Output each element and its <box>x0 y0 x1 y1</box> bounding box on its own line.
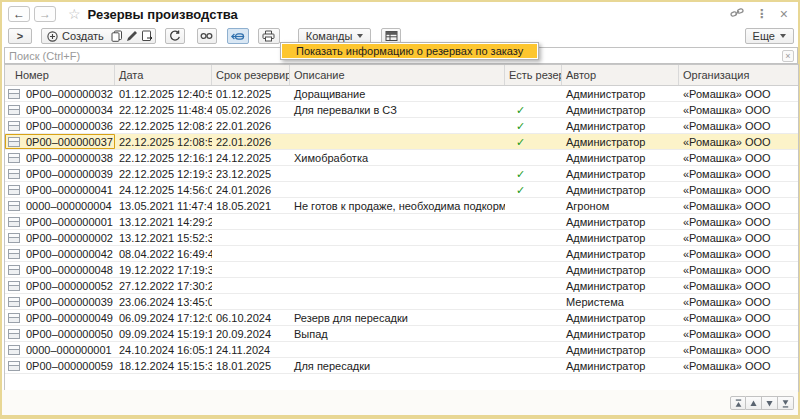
cell-date: 24.10.2024 16:05:19 <box>115 342 212 357</box>
document-number: 0P00–000000052 <box>26 280 113 292</box>
cell-due: 01.12.2025 <box>212 86 290 101</box>
table-row[interactable]: 0P00–00000004124.12.2025 14:56:0924.01.2… <box>5 182 798 198</box>
document-state-icon <box>8 105 20 115</box>
document-number: 0P00–000000039 <box>26 168 113 180</box>
more-button[interactable]: Еще <box>745 28 794 44</box>
go-down-button[interactable] <box>762 396 778 410</box>
column-header-organization[interactable]: Организация <box>679 65 798 85</box>
document-state-icon <box>8 361 20 371</box>
column-header-date[interactable]: Дата <box>115 65 212 85</box>
cell-author: Администратор <box>562 86 679 101</box>
printer-icon <box>262 30 275 42</box>
column-header-term[interactable]: Срок резервирования <box>212 65 290 85</box>
cell-num: 0000–000000001 <box>5 342 115 357</box>
cell-due: 18.05.2021 <box>212 198 290 213</box>
cell-desc <box>290 246 505 261</box>
fit-width-button[interactable] <box>227 28 249 44</box>
cell-desc: Для пересадки <box>290 358 505 373</box>
table-row[interactable]: 0P00–00000003923.06.2024 13:45:01Меристе… <box>5 294 798 310</box>
table-header: Номер Дата Срок резервирования Описание … <box>5 65 798 86</box>
linked-documents-button[interactable] <box>197 28 217 44</box>
close-icon[interactable]: × <box>780 8 788 20</box>
table-row[interactable]: 0P00–00000004819.12.2022 17:19:39Админис… <box>5 262 798 278</box>
table-row[interactable]: 0P00–00000003922.12.2025 12:19:3523.12.2… <box>5 166 798 182</box>
refresh-button[interactable] <box>165 28 185 44</box>
cell-due <box>212 246 290 261</box>
table-row[interactable]: 0P00–00000004906.09.2024 17:12:0506.10.2… <box>5 310 798 326</box>
table-row[interactable]: 0000–00000000413.05.2021 11:47:4218.05.2… <box>5 198 798 214</box>
table-row[interactable]: 0000–00000000124.10.2024 16:05:1924.11.2… <box>5 342 798 358</box>
search-clear-button[interactable]: × <box>782 50 794 62</box>
column-header-description[interactable]: Описание <box>290 65 505 85</box>
pencil-icon <box>126 30 138 42</box>
go-up-button[interactable] <box>746 396 762 410</box>
new-from-copy-button[interactable] <box>140 29 155 43</box>
cell-num: 0P00–000000036 <box>5 118 115 133</box>
table-row[interactable]: 0P00–00000005918.12.2024 15:15:3418.01.2… <box>5 358 798 374</box>
fit-width-icon <box>231 31 245 42</box>
cell-desc: Не готов к продаже, необходима подкормка <box>290 198 505 213</box>
document-number: 0P00–000000036 <box>26 120 113 132</box>
document-state-icon <box>8 137 20 147</box>
edit-button[interactable] <box>125 29 140 43</box>
kebab-menu-icon[interactable]: ⋮ <box>756 7 768 21</box>
go-last-button[interactable] <box>778 396 794 410</box>
cell-desc <box>290 182 505 197</box>
table-row[interactable]: 0P00–00000003822.12.2025 12:16:1224.12.2… <box>5 150 798 166</box>
table-row[interactable]: 0P00–00000004208.04.2022 16:49:45Админис… <box>5 246 798 262</box>
arrow-down-icon <box>765 399 774 408</box>
document-number: 0P00–000000002 <box>26 232 113 244</box>
cell-due: 18.01.2025 <box>212 358 290 373</box>
cell-org: «Ромашка» ООО <box>679 214 798 229</box>
cell-org: «Ромашка» ООО <box>679 358 798 373</box>
document-number: 0P00–000000001 <box>26 216 113 228</box>
cell-desc <box>290 278 505 293</box>
table-row[interactable]: 0P00–00000003422.12.2025 11:48:4705.02.2… <box>5 102 798 118</box>
cell-due: 24.11.2024 <box>212 342 290 357</box>
copy-button[interactable] <box>110 29 125 43</box>
document-number: 0P00–000000042 <box>26 248 113 260</box>
print-button[interactable] <box>258 28 280 44</box>
document-state-icon <box>8 89 20 99</box>
expand-panel-button[interactable]: > <box>8 28 32 44</box>
cell-author: Меристема <box>562 294 679 309</box>
cell-reserved <box>505 358 562 373</box>
document-number: 0000–000000001 <box>26 344 112 356</box>
cell-reserved <box>505 246 562 261</box>
cell-desc: Доращивание <box>290 86 505 101</box>
document-state-icon <box>8 249 20 259</box>
cell-org: «Ромашка» ООО <box>679 102 798 117</box>
table-row[interactable]: 0P00–00000003201.12.2025 12:40:5101.12.2… <box>5 86 798 102</box>
cell-due: 05.02.2026 <box>212 102 290 117</box>
get-link-icon[interactable] <box>730 5 744 23</box>
footer-bar <box>2 390 798 415</box>
more-label: Еще <box>753 30 775 42</box>
cell-reserved <box>505 326 562 341</box>
favorite-star-icon[interactable]: ☆ <box>68 6 81 22</box>
refresh-icon <box>169 30 181 42</box>
document-number: 0P00–000000039 <box>26 296 113 308</box>
column-header-author[interactable]: Автор <box>562 65 679 85</box>
table-row[interactable]: 0P00–00000005009.09.2024 15:19:1320.09.2… <box>5 326 798 342</box>
table-row[interactable]: 0P00–00000005227.12.2022 17:30:25Админис… <box>5 278 798 294</box>
table-row[interactable]: 0P00–00000003622.12.2025 12:08:2322.01.2… <box>5 118 798 134</box>
document-number: 0P00–000000038 <box>26 152 113 164</box>
forward-button[interactable]: → <box>34 6 56 22</box>
cell-num: 0P00–000000032 <box>5 86 115 101</box>
cell-desc <box>290 342 505 357</box>
document-number: 0P00–000000032 <box>26 88 113 100</box>
cell-date: 27.12.2022 17:30:25 <box>115 278 212 293</box>
column-header-has-reserve[interactable]: Есть резерв <box>505 65 562 85</box>
cell-author: Администратор <box>562 246 679 261</box>
table-row[interactable]: 0P00–00000000213.12.2021 15:52:32Админис… <box>5 230 798 246</box>
back-button[interactable]: ← <box>8 6 30 22</box>
menu-item-show-reserves-info[interactable]: Показать информацию о резервах по заказу <box>282 44 537 58</box>
table-row[interactable]: 0P00–00000003722.12.2025 12:08:5422.01.2… <box>5 134 798 150</box>
cell-org: «Ромашка» ООО <box>679 182 798 197</box>
table-row[interactable]: 0P00–00000000113.12.2021 14:29:27Админис… <box>5 214 798 230</box>
column-header-number[interactable]: Номер <box>5 65 115 85</box>
create-button[interactable]: Создать <box>42 29 110 43</box>
go-first-button[interactable] <box>730 396 746 410</box>
app-window: ← → ☆ Резервы производства ⋮ × > Создать <box>0 0 800 419</box>
cell-num: 0P00–000000038 <box>5 150 115 165</box>
